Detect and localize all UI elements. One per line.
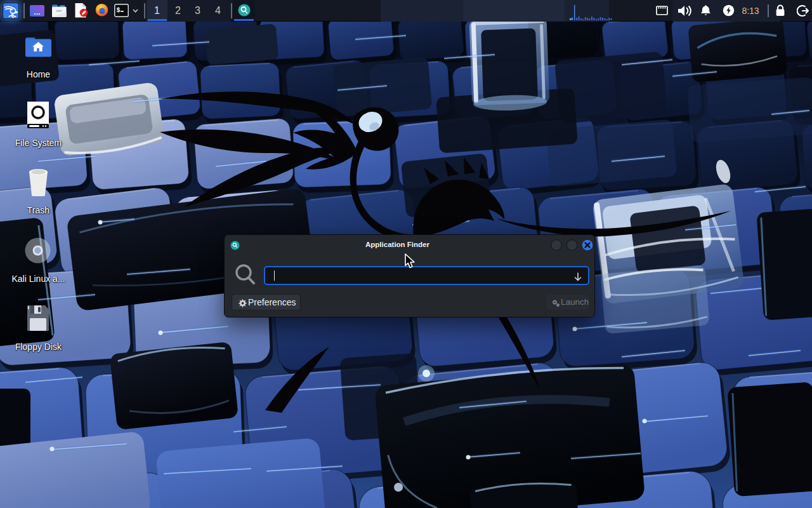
svg-text:$: $: [116, 7, 120, 14]
